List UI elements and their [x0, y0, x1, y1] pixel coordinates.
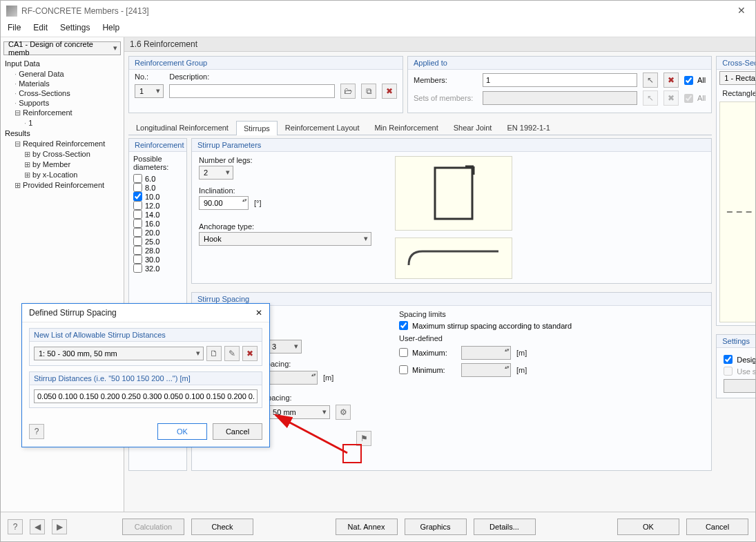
- anch-combo[interactable]: Hook: [199, 232, 371, 246]
- diameter-14.0[interactable]: 14.0: [133, 210, 182, 219]
- tab-en1992[interactable]: EN 1992-1-1: [499, 120, 557, 135]
- applied-title: Applied to: [408, 57, 711, 70]
- menu-file[interactable]: File: [8, 23, 21, 32]
- rg-no-label: No.:: [135, 72, 148, 81]
- clear-sets-icon: ✖: [663, 90, 679, 106]
- incl-unit: [°]: [254, 199, 262, 207]
- diameter-8.0[interactable]: 8.0: [133, 183, 182, 192]
- tree-cross-sections[interactable]: Cross-Sections: [14, 88, 119, 98]
- min-checkbox[interactable]: Minimum:: [399, 365, 456, 374]
- dlg-g1-title: New List of Allowable Stirrup Distances: [30, 329, 262, 342]
- details-button[interactable]: Details...: [474, 519, 536, 535]
- dialog-title: Defined Stirrup Spacing: [29, 308, 117, 318]
- sp-title: Stirrup Parameters: [192, 139, 711, 152]
- incl-spinner[interactable]: 90.00: [199, 196, 249, 210]
- diameter-6.0[interactable]: 6.0: [133, 174, 182, 183]
- diameter-28.0[interactable]: 28.0: [133, 246, 182, 255]
- zone-unit: [m]: [323, 374, 333, 382]
- nat-annex-button[interactable]: Nat. Annex: [336, 519, 398, 535]
- legs-label: Number of legs:: [199, 156, 385, 164]
- min-unit: [m]: [516, 366, 527, 374]
- diameter-16.0[interactable]: 16.0: [133, 219, 182, 228]
- tab-layout[interactable]: Reinforcement Layout: [278, 120, 367, 135]
- tab-longitudinal[interactable]: Longitudinal Reinforcement: [128, 120, 236, 135]
- pick-icon[interactable]: ↖: [643, 72, 658, 88]
- userdef-label: User-defined: [399, 334, 704, 342]
- hook-shape-preview: [395, 238, 512, 279]
- tree-provided[interactable]: Provided Reinforcement: [14, 180, 119, 191]
- diameter-12.0[interactable]: 12.0: [133, 201, 182, 210]
- stirrup-parameters: Stirrup Parameters Number of legs: 2 Inc…: [191, 138, 712, 284]
- clear-icon[interactable]: ✖: [663, 72, 679, 88]
- members-input[interactable]: [483, 73, 637, 87]
- ok-button[interactable]: OK: [617, 519, 679, 535]
- tree-reinforcement[interactable]: Reinforcement: [14, 108, 119, 118]
- svg-line-14: [275, 415, 347, 453]
- tree-materials[interactable]: Materials: [14, 79, 119, 88]
- members-label: Members:: [414, 76, 477, 84]
- graphics-button[interactable]: Graphics: [405, 519, 467, 535]
- all-members-checkbox[interactable]: All: [684, 76, 706, 85]
- menu-edit[interactable]: Edit: [33, 23, 48, 32]
- case-combo[interactable]: CA1 - Design of concrete memb: [3, 41, 121, 55]
- cancel-button[interactable]: Cancel: [686, 519, 748, 535]
- dlg-help-icon[interactable]: ?: [29, 424, 44, 439]
- folder-icon[interactable]: 🗁: [340, 84, 356, 99]
- rg-desc-input[interactable]: [169, 84, 335, 98]
- svg-rect-0: [435, 168, 472, 219]
- tree-general-data[interactable]: General Data: [14, 69, 119, 79]
- dlg-allowable-combo[interactable]: 1: 50 - 300 mm, 50 mm: [34, 347, 204, 360]
- reinf-title: Reinforcement: [129, 139, 186, 152]
- diameter-32.0[interactable]: 32.0: [133, 264, 182, 273]
- tree-req-xloc[interactable]: by x-Location: [24, 170, 119, 180]
- window-title: RF-CONCRETE Members - [2413]: [21, 6, 149, 16]
- dialog-close-icon[interactable]: ✕: [255, 308, 262, 318]
- zones-combo: 3: [267, 340, 302, 354]
- design-provided-checkbox[interactable]: Design the provided reinforcement: [724, 355, 756, 364]
- diameter-25.0[interactable]: 25.0: [133, 237, 182, 246]
- cross-section-box: Cross-Section 1 - Rectangle 250/500 Rect…: [716, 56, 756, 326]
- max-checkbox[interactable]: Maximum:: [399, 348, 456, 357]
- legs-combo[interactable]: 2: [199, 166, 233, 180]
- dlg-group-distances: Stirrup Distances (i.e. "50 100 150 200 …: [29, 371, 262, 408]
- use-saved-checkbox: Use saved reinforcement results:: [724, 367, 756, 376]
- copy-icon[interactable]: ⧉: [361, 84, 376, 99]
- tree-input-data[interactable]: Input Data: [5, 59, 119, 68]
- tree-supports[interactable]: Supports: [14, 98, 119, 108]
- all-sets-checkbox: All: [684, 94, 706, 103]
- tab-min[interactable]: Min Reinforcement: [367, 120, 445, 135]
- tree-results[interactable]: Results: [5, 129, 119, 137]
- dlg-cancel-button[interactable]: Cancel: [213, 423, 262, 440]
- dlg-distances-input[interactable]: [34, 389, 258, 403]
- next-icon[interactable]: ▶: [52, 519, 67, 534]
- page-title: 1.6 Reinforcement: [124, 37, 756, 52]
- dlg-delete-icon[interactable]: ✖: [242, 346, 258, 361]
- menu-help[interactable]: Help: [102, 23, 119, 32]
- tab-stirrups[interactable]: Stirrups: [236, 121, 278, 135]
- prev-icon[interactable]: ◀: [30, 519, 45, 534]
- rg-no-combo[interactable]: 1: [135, 84, 164, 98]
- cs-combo[interactable]: 1 - Rectangle 250/500: [719, 71, 756, 85]
- tree-required[interactable]: Required Reinforcement: [14, 139, 119, 149]
- delete-icon[interactable]: ✖: [382, 84, 397, 99]
- tree-req-member[interactable]: by Member: [24, 159, 119, 170]
- help-icon[interactable]: ?: [8, 519, 23, 534]
- dlg-ok-button[interactable]: OK: [157, 423, 207, 440]
- pick-sets-icon: ↖: [643, 90, 658, 106]
- settings-title: Settings: [717, 335, 756, 348]
- anch-label: Anchorage type:: [199, 222, 385, 231]
- dlg-rename-icon[interactable]: ✎: [224, 346, 240, 361]
- tree-req-cs[interactable]: by Cross-Section: [24, 149, 119, 159]
- dlg-group-allowable: New List of Allowable Stirrup Distances …: [29, 328, 262, 366]
- diameter-30.0[interactable]: 30.0: [133, 255, 182, 264]
- diameter-10.0[interactable]: 10.0: [133, 192, 182, 201]
- tree-reinforcement-1[interactable]: 1: [24, 118, 119, 128]
- dlg-new-icon[interactable]: 🗋: [206, 346, 222, 361]
- menu-settings[interactable]: Settings: [60, 23, 90, 32]
- close-icon[interactable]: ✕: [737, 5, 746, 16]
- tab-shear[interactable]: Shear Joint: [446, 120, 500, 135]
- calculation-button: Calculation: [122, 519, 184, 535]
- check-button[interactable]: Check: [191, 519, 253, 535]
- max-standard-checkbox[interactable]: Maximum stirrup spacing according to sta…: [399, 321, 704, 330]
- diameter-20.0[interactable]: 20.0: [133, 228, 182, 237]
